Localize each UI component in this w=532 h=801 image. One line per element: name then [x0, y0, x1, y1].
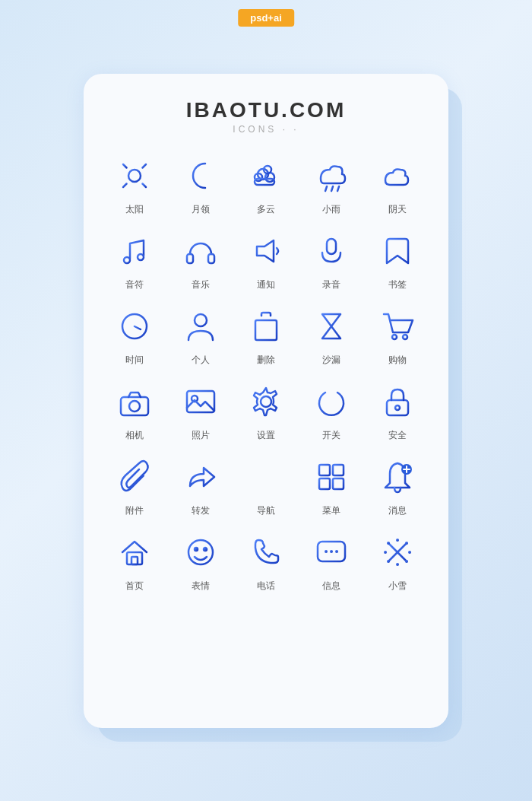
svg-point-60 [204, 548, 207, 551]
headphone-label: 音乐 [192, 278, 210, 291]
power-label: 开关 [322, 429, 340, 442]
icon-item-microphone: 录音 [302, 228, 361, 291]
forward-label: 转发 [192, 504, 210, 517]
svg-point-28 [195, 314, 207, 326]
icon-item-message: 信息 [302, 529, 361, 593]
svg-point-59 [195, 548, 198, 551]
moon-label: 月领 [192, 203, 210, 216]
svg-rect-56 [127, 552, 142, 564]
svg-point-39 [129, 401, 140, 412]
svg-point-18 [138, 254, 144, 260]
svg-line-16 [337, 186, 339, 191]
svg-rect-57 [131, 557, 138, 564]
attachment-label: 附件 [125, 504, 144, 517]
svg-point-63 [330, 550, 333, 553]
sun-label: 太阳 [125, 203, 144, 216]
svg-line-15 [331, 186, 333, 191]
icon-item-clock: 时间 [105, 304, 164, 367]
format-badge: psd+ai [238, 9, 294, 27]
svg-rect-19 [187, 254, 193, 263]
phone-label: 电话 [257, 580, 275, 593]
cloudy-label: 多云 [257, 203, 275, 216]
icon-item-attachment: 附件 [105, 454, 164, 517]
svg-line-14 [325, 186, 327, 191]
svg-rect-50 [333, 465, 344, 475]
settings-label: 设置 [257, 429, 275, 442]
svg-point-45 [395, 405, 400, 410]
nav-label: 导航 [257, 504, 275, 517]
icon-item-phone: 电话 [236, 529, 296, 593]
svg-point-42 [261, 396, 271, 407]
icon-item-music-note: 音符 [105, 228, 164, 291]
svg-point-71 [384, 551, 387, 554]
message-label: 信息 [322, 580, 340, 593]
music-note-label: 音符 [125, 278, 144, 291]
icon-item-lock: 安全 [368, 379, 427, 442]
delete-label: 删除 [257, 354, 275, 367]
svg-rect-20 [208, 254, 214, 263]
svg-marker-21 [257, 240, 274, 262]
person-label: 个人 [192, 354, 210, 367]
bell-label: 消息 [388, 504, 407, 517]
shopping-cart-label: 购物 [388, 354, 407, 367]
microphone-label: 录音 [322, 278, 340, 291]
rain-label: 小雨 [322, 203, 340, 216]
svg-point-74 [405, 560, 408, 563]
svg-rect-38 [121, 397, 148, 415]
svg-point-17 [124, 257, 130, 263]
svg-rect-51 [319, 478, 330, 489]
svg-rect-49 [319, 465, 330, 475]
bookmark-label: 书签 [388, 278, 407, 291]
svg-point-69 [396, 539, 399, 542]
icon-item-home: 首页 [105, 529, 164, 593]
icon-item-shopping-cart: 购物 [368, 304, 427, 367]
icon-item-bookmark: 书签 [368, 228, 427, 291]
icon-item-menu: 菜单 [302, 454, 361, 517]
icon-item-person: 个人 [170, 304, 230, 367]
svg-point-76 [387, 560, 390, 563]
notification-label: 通知 [257, 278, 275, 291]
icon-item-settings: 设置 [236, 379, 296, 442]
photo-label: 照片 [192, 429, 210, 442]
lock-label: 安全 [388, 429, 407, 442]
icons-grid: 太阳 月领 [105, 153, 427, 593]
svg-line-27 [135, 326, 141, 329]
clock-label: 时间 [125, 354, 144, 367]
svg-point-36 [392, 335, 397, 339]
icon-item-power: 开关 [302, 379, 361, 442]
icon-item-cloudy: 多云 [236, 153, 296, 216]
svg-point-73 [387, 542, 390, 545]
icon-item-overcast: 阴天 [368, 153, 427, 216]
icon-item-hourglass: 沙漏 [302, 304, 361, 367]
hourglass-label: 沙漏 [322, 354, 340, 367]
svg-point-75 [405, 542, 408, 545]
svg-point-70 [396, 563, 399, 566]
icon-item-camera: 相机 [105, 379, 164, 442]
icon-item-photo: 照片 [170, 379, 230, 442]
home-label: 首页 [125, 580, 144, 593]
icon-item-nav: 导航 [236, 454, 296, 517]
svg-rect-40 [187, 391, 214, 412]
emoji-label: 表情 [192, 580, 210, 593]
site-title: IBAOTU.COM [105, 98, 427, 122]
svg-rect-22 [327, 239, 336, 254]
svg-point-72 [408, 551, 411, 554]
svg-rect-44 [387, 400, 408, 415]
camera-label: 相机 [125, 429, 144, 442]
icon-item-moon: 月领 [170, 153, 230, 216]
svg-point-64 [335, 550, 338, 553]
icon-item-forward: 转发 [170, 454, 230, 517]
svg-rect-52 [333, 478, 344, 489]
site-subtitle: ICONS · · [105, 124, 427, 135]
icon-item-emoji: 表情 [170, 529, 230, 593]
snow-label: 小雪 [388, 580, 407, 593]
icon-item-notification: 通知 [236, 228, 296, 291]
svg-line-7 [143, 164, 147, 168]
icon-item-snow: 小雪 [368, 529, 427, 593]
icon-item-rain: 小雨 [302, 153, 361, 216]
main-card: IBAOTU.COM ICONS · · 太阳 [84, 74, 448, 728]
menu-label: 菜单 [322, 504, 340, 517]
svg-point-37 [403, 335, 407, 339]
svg-line-6 [143, 183, 147, 187]
icon-item-bell: 消息 [368, 454, 427, 517]
